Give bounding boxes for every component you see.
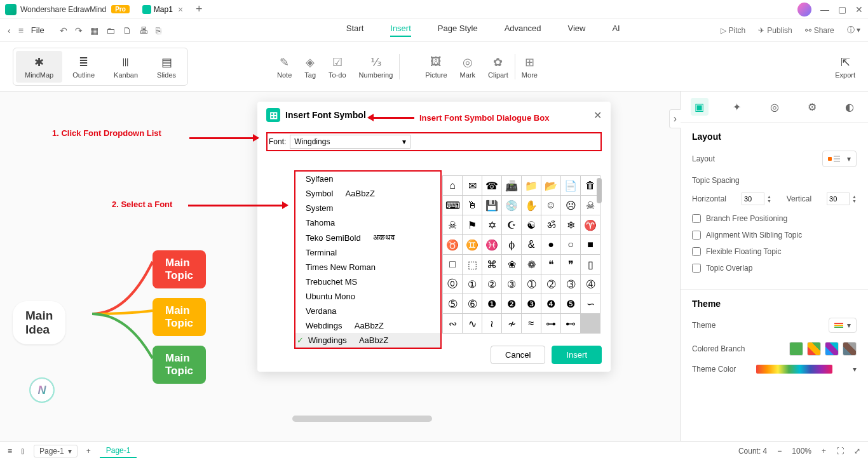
- main-idea-node[interactable]: Main Idea: [13, 301, 65, 344]
- topic-node-1[interactable]: Main Topic: [153, 250, 206, 288]
- minimize-button[interactable]: —: [820, 4, 829, 15]
- sb-icon[interactable]: ≡: [8, 447, 12, 456]
- page-tab[interactable]: Page-1: [100, 444, 137, 458]
- swatch[interactable]: [807, 342, 821, 356]
- symbol-cell[interactable]: ♈: [581, 215, 600, 234]
- font-dropdown[interactable]: Wingdings ▾: [290, 135, 410, 149]
- tag-button[interactable]: ◈Tag: [304, 55, 316, 79]
- maximize-button[interactable]: ▢: [838, 4, 846, 15]
- spinner[interactable]: ▲▼: [852, 194, 857, 203]
- symbol-cell[interactable]: 📁: [522, 176, 541, 195]
- more-button[interactable]: ⊞More: [522, 55, 538, 79]
- symbol-cell[interactable]: ①: [463, 274, 482, 294]
- swatch[interactable]: [825, 342, 839, 356]
- swatch[interactable]: [843, 342, 857, 356]
- symbol-cell[interactable]: ❶: [482, 294, 501, 313]
- symbol-cell[interactable]: ≁: [502, 314, 521, 333]
- close-button[interactable]: ✕: [855, 4, 863, 15]
- symbol-cell[interactable]: ❀: [502, 255, 521, 274]
- cancel-button[interactable]: Cancel: [491, 346, 545, 364]
- share-button[interactable]: ⚯Share: [805, 26, 834, 35]
- symbol-cell[interactable]: ❄: [561, 215, 580, 234]
- tab-advanced[interactable]: Advanced: [505, 24, 541, 37]
- back-icon[interactable]: ‹: [8, 25, 11, 36]
- symbol-cell[interactable]: ➄: [443, 294, 462, 313]
- floating-checkbox[interactable]: Flexible Floating Topic: [692, 247, 857, 256]
- symbol-cell[interactable]: ❝: [541, 255, 560, 274]
- symbol-cell[interactable]: ɸ: [502, 235, 521, 254]
- font-option[interactable]: Webdings AaBbzZ: [295, 318, 440, 333]
- font-option[interactable]: Terminal: [295, 245, 440, 260]
- menu-icon[interactable]: ≡: [18, 25, 24, 36]
- font-option[interactable]: Ubuntu Mono: [295, 289, 440, 304]
- symbol-cell[interactable]: ☎: [482, 176, 501, 195]
- sb-icon[interactable]: ⫿: [21, 447, 25, 456]
- symbol-cell[interactable]: ③: [502, 274, 521, 294]
- symbol-cell[interactable]: ❷: [502, 294, 521, 313]
- symbol-scrollbar[interactable]: [597, 178, 602, 203]
- symbol-cell[interactable]: ≈: [522, 314, 541, 333]
- zoom-out-button[interactable]: −: [777, 447, 782, 456]
- overlap-checkbox[interactable]: Topic Overlap: [692, 264, 857, 273]
- symbol-cell[interactable]: ○: [561, 235, 580, 254]
- symbol-cell[interactable]: ∽: [581, 294, 600, 313]
- panel-tab-settings[interactable]: ⚙: [803, 98, 821, 116]
- symbol-cell[interactable]: □: [443, 255, 462, 274]
- note-button[interactable]: ✎Note: [277, 55, 292, 79]
- font-option[interactable]: Verdana: [295, 304, 440, 318]
- symbol-cell[interactable]: 💿: [502, 196, 521, 215]
- symbol-cell[interactable]: ⊷: [561, 314, 580, 333]
- insert-button[interactable]: Insert: [552, 346, 602, 364]
- symbol-cell[interactable]: ▯: [581, 255, 600, 274]
- chevron-down-icon[interactable]: ▾: [853, 365, 857, 374]
- font-option-selected[interactable]: ✓Wingdings AaBbzZ: [295, 333, 440, 348]
- quick-icon-1[interactable]: ▦: [90, 25, 98, 36]
- layout-picker[interactable]: ▾: [822, 151, 857, 167]
- symbol-cell[interactable]: ●: [541, 235, 560, 254]
- symbol-cell[interactable]: 📄: [561, 176, 580, 195]
- symbol-cell[interactable]: ➀: [522, 274, 541, 294]
- symbol-cell[interactable]: ⚑: [463, 215, 482, 234]
- publish-button[interactable]: ✈Publish: [758, 26, 792, 35]
- quick-icon-2[interactable]: 🗀: [106, 25, 115, 36]
- horizontal-input[interactable]: [742, 193, 764, 205]
- font-option[interactable]: Symbol AaBbzZ: [295, 186, 440, 201]
- zoom-in-button[interactable]: +: [822, 447, 826, 456]
- symbol-cell[interactable]: ∾: [443, 314, 462, 333]
- clipart-button[interactable]: ✿Clipart: [488, 55, 508, 79]
- quick-icon-3[interactable]: 🗋: [123, 25, 132, 36]
- theme-color-strip[interactable]: [756, 365, 832, 374]
- export-button[interactable]: ⇱Export: [835, 55, 855, 79]
- symbol-cell[interactable]: ⌘: [482, 255, 501, 274]
- branch-free-checkbox[interactable]: Branch Free Positioning: [692, 214, 857, 223]
- symbol-cell[interactable]: 📠: [502, 176, 521, 195]
- symbol-cell[interactable]: ⓪: [443, 274, 462, 294]
- symbol-cell[interactable]: ❹: [541, 294, 560, 313]
- swatch[interactable]: [789, 342, 803, 356]
- panel-tab-layout[interactable]: ▣: [691, 98, 709, 116]
- symbol-cell[interactable]: ✉: [463, 176, 482, 195]
- symbol-cell[interactable]: ➁: [541, 274, 560, 294]
- add-page-button[interactable]: +: [86, 447, 91, 456]
- symbol-cell[interactable]: ✋: [522, 196, 541, 215]
- horizontal-scrollbar[interactable]: [292, 416, 432, 422]
- panel-tab-location[interactable]: ◎: [766, 98, 783, 116]
- symbol-cell[interactable]: ■: [581, 235, 600, 254]
- topic-node-2[interactable]: Main Topic: [153, 298, 206, 336]
- document-tab[interactable]: Map1 ×: [137, 2, 188, 17]
- quick-icon-4[interactable]: ⎘: [156, 25, 161, 36]
- tab-view[interactable]: View: [567, 24, 585, 37]
- symbol-cell[interactable]: ☹: [561, 196, 580, 215]
- todo-button[interactable]: ☑To-do: [329, 55, 346, 79]
- font-option[interactable]: Teko SemiBold अकथव: [295, 230, 440, 245]
- tab-close-icon[interactable]: ×: [178, 4, 183, 15]
- panel-tab-style[interactable]: ✦: [728, 98, 746, 116]
- dialog-close-button[interactable]: ✕: [593, 109, 602, 121]
- print-icon[interactable]: 🖶: [139, 25, 148, 36]
- mindmap-view-button[interactable]: ✱MindMap: [16, 51, 62, 83]
- symbol-cell[interactable]: 📂: [541, 176, 560, 195]
- collapse-panel-button[interactable]: ›: [669, 109, 681, 128]
- panel-tab-history[interactable]: ◐: [841, 98, 858, 116]
- new-tab-button[interactable]: +: [196, 3, 203, 16]
- symbol-cell[interactable]: ❺: [561, 294, 580, 313]
